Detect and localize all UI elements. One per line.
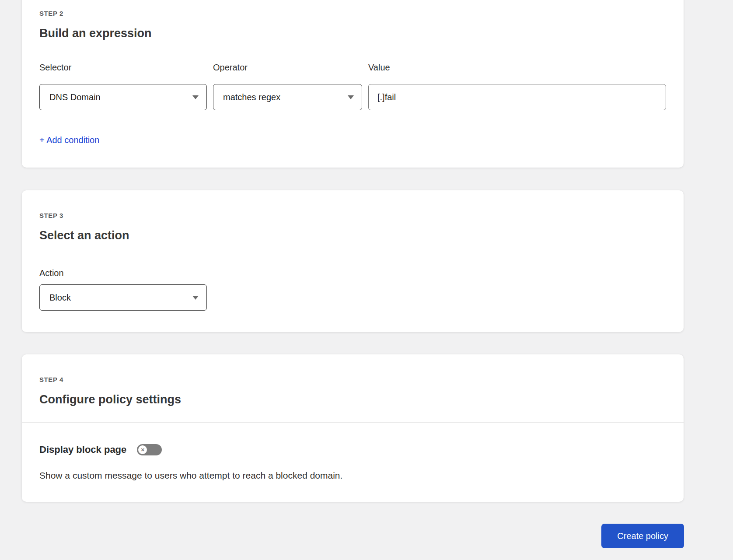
step3-label: STEP 3 [39, 212, 666, 220]
value-label: Value [368, 62, 666, 73]
selector-dropdown[interactable]: DNS Domain [39, 84, 207, 110]
operator-dropdown-value: matches regex [223, 92, 280, 102]
operator-dropdown[interactable]: matches regex [213, 84, 362, 110]
display-block-page-description: Show a custom message to users who attem… [39, 470, 666, 481]
action-label: Action [39, 268, 666, 278]
action-dropdown-value: Block [49, 293, 71, 303]
display-block-page-toggle[interactable]: ✕ [137, 444, 162, 455]
operator-label: Operator [213, 62, 362, 73]
step4-label: STEP 4 [39, 376, 666, 384]
step2-label: STEP 2 [39, 10, 666, 18]
select-action-title: Select an action [39, 228, 666, 242]
operator-field: Operator matches regex [213, 62, 362, 110]
toggle-off-x-icon: ✕ [138, 445, 147, 454]
value-input-wrap [368, 84, 666, 110]
build-expression-card: STEP 2 Build an expression Selector DNS … [22, 0, 684, 168]
create-policy-button[interactable]: Create policy [601, 524, 684, 548]
chevron-down-icon [192, 296, 199, 300]
action-dropdown[interactable]: Block [39, 284, 207, 311]
policy-settings-title: Configure policy settings [39, 392, 666, 406]
value-field: Value [368, 62, 666, 110]
add-condition-link[interactable]: + Add condition [39, 135, 99, 145]
expression-condition-row: Selector DNS Domain Operator matches reg… [39, 62, 666, 110]
selector-field: Selector DNS Domain [39, 62, 207, 110]
policy-settings-card: STEP 4 Configure policy settings Display… [22, 354, 684, 502]
chevron-down-icon [348, 95, 354, 99]
policy-settings-body: Display block page ✕ Show a custom messa… [22, 423, 684, 481]
selector-label: Selector [39, 62, 207, 73]
display-block-page-label: Display block page [39, 444, 126, 456]
policy-settings-header: STEP 4 Configure policy settings [22, 354, 684, 423]
selector-dropdown-value: DNS Domain [49, 92, 101, 102]
value-input[interactable] [368, 84, 666, 110]
display-block-page-row: Display block page ✕ [39, 444, 666, 456]
chevron-down-icon [192, 95, 199, 99]
select-action-card: STEP 3 Select an action Action Block [22, 190, 684, 332]
build-expression-title: Build an expression [39, 26, 666, 40]
